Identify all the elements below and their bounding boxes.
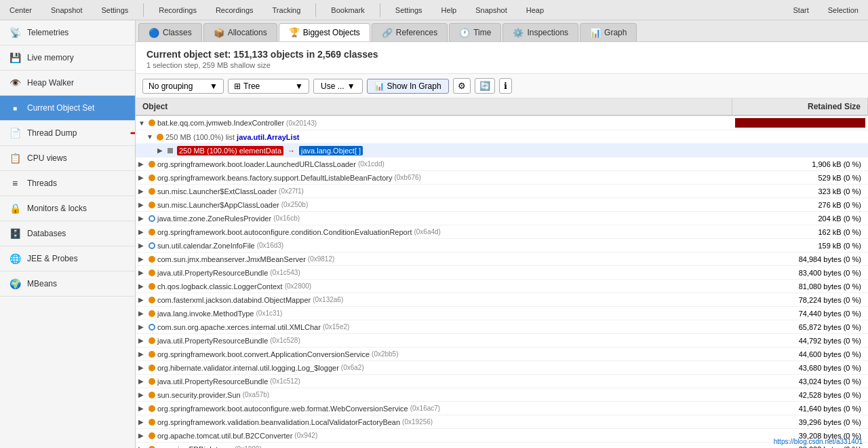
tree-select[interactable]: ⊞ Tree ▼ [228,79,309,94]
expand-arrow[interactable]: ▶ [138,242,146,249]
table-row[interactable]: ▶ sun.misc.FDBigInteger (0x1899) 38,032 … [136,443,868,448]
expand-arrow[interactable]: ▶ [138,282,146,290]
table-row[interactable]: ▶ org.springframework.boot.autoconfigure… [136,225,868,239]
object-dot [149,432,155,439]
tab-time[interactable]: 🕐 Time [449,23,501,41]
toolbar-tracking[interactable]: Tracking [269,5,305,16]
sidebar-item-databases[interactable]: 🗄️ Databases [0,221,135,246]
toolbar-start[interactable]: Start [789,5,813,16]
expand-arrow[interactable]: ▶ [157,147,165,154]
table-row[interactable]: ▶ java.lang.invoke.MethodType (0x1c31) 7… [136,307,868,320]
table-row[interactable]: ▶ org.springframework.validation.beanval… [136,415,868,429]
expand-arrow[interactable]: ▶ [138,391,146,398]
expand-arrow[interactable]: ▶ [138,228,146,236]
sidebar-item-jee-probes[interactable]: 🌐 JEE & Probes [0,246,135,272]
expand-arrow[interactable]: ▶ [138,377,146,385]
table-row[interactable]: ▶ java.util.PropertyResourceBundle (0x1c… [136,266,868,280]
expand-arrow[interactable]: ▶ [138,337,146,344]
expand-arrow[interactable]: ▶ [138,201,146,208]
info-icon-btn[interactable]: ℹ [499,78,512,94]
show-in-graph-button[interactable]: 📊 Show In Graph [367,79,449,94]
table-row[interactable]: ▶ java.util.PropertyResourceBundle (0x1c… [136,375,868,388]
table-row[interactable]: ▼ 250 MB (100.0%) list java.util.ArrayLi… [136,130,868,144]
tab-graph[interactable]: 📊 Graph [580,23,637,41]
table-row[interactable]: ▶ org.springframework.beans.factory.supp… [136,171,868,185]
expand-arrow[interactable]: ▶ [138,296,146,303]
refresh-icon-btn[interactable]: 🔄 [475,78,495,94]
sidebar-item-threads[interactable]: ≡ Threads [0,171,135,196]
table-row[interactable]: ▶ com.sun.org.apache.xerces.internal.uti… [136,320,868,334]
table-row[interactable]: ▶ org.springframework.boot.convert.Appli… [136,348,868,361]
table-row[interactable]: ▶ org.springframework.boot.autoconfigure… [136,402,868,415]
object-name: sun.security.provider.Sun [157,391,241,399]
table-row[interactable]: ▶ sun.misc.Launcher$ExtClassLoader (0x27… [136,185,868,198]
retained-cell: 65,872 bytes (0 %) [732,320,868,333]
sidebar-item-mbeans[interactable]: 🌍 MBeans [0,272,135,297]
expand-arrow[interactable]: ▶ [138,445,146,448]
expand-arrow[interactable]: ▶ [138,187,146,195]
toolbar-row: No grouping ▼ ⊞ Tree ▼ Use ... ▼ 📊 Show … [136,74,868,98]
expand-arrow[interactable]: ▶ [138,269,146,276]
table-row[interactable]: ▶ 250 MB (100.0%) elementData → java.lan… [136,144,868,157]
sidebar-item-telemetries[interactable]: 📡 Telemetries [0,20,135,45]
table-row[interactable]: ▶ ch.qos.logback.classic.LoggerContext (… [136,280,868,293]
tab-references[interactable]: 🔗 References [372,23,448,41]
expand-arrow[interactable]: ▶ [138,310,146,317]
retained-cell: 276 kB (0 %) [732,198,868,211]
tab-biggest-objects[interactable]: 🏆 Biggest Objects [279,23,370,41]
table-row[interactable]: ▶ java.time.zone.ZoneRulesProvider (0x16… [136,212,868,225]
expand-arrow[interactable]: ▶ [138,323,146,331]
biggest-objects-tab-icon: 🏆 [289,27,300,37]
table-row[interactable]: ▶ com.fasterxml.jackson.databind.ObjectM… [136,293,868,307]
toolbar-help[interactable]: Help [437,5,461,16]
expand-arrow[interactable]: ▼ [138,119,146,127]
object-cell: ▶ org.springframework.boot.autoconfigure… [136,225,732,238]
sidebar-item-current-object-set[interactable]: ■ Current Object Set [0,96,135,121]
expand-arrow[interactable]: ▶ [138,350,146,358]
classes-tab-icon: 🔵 [149,28,159,38]
toolbar-recordings2[interactable]: Recordings [212,5,258,16]
toolbar-bookmark[interactable]: Bookmark [327,5,369,16]
sidebar-label-mbeans: MBeans [27,279,57,288]
expand-arrow[interactable]: ▶ [138,364,146,371]
toolbar-settings[interactable]: Settings [98,5,133,16]
tab-inspections[interactable]: ⚙️ Inspections [502,23,578,41]
table-row[interactable]: ▼ bat.ke.qq.com.jvmweb.IndexController (… [136,116,868,130]
toolbar-snapshot2[interactable]: Snapshot [471,5,511,16]
object-cell: ▶ org.springframework.beans.factory.supp… [136,171,732,184]
expand-arrow[interactable]: ▶ [138,418,146,426]
use-button[interactable]: Use ... ▼ [313,79,363,94]
expand-arrow[interactable]: ▶ [138,214,146,222]
expand-arrow[interactable]: ▶ [138,432,146,439]
expand-arrow[interactable]: ▼ [146,133,155,141]
tab-allocations[interactable]: 📦 Allocations [203,23,277,41]
table-row[interactable]: ▶ com.sun.jmx.mbeanserver.JmxMBeanServer… [136,253,868,266]
expand-arrow[interactable]: ▶ [138,160,146,168]
expand-arrow[interactable]: ▶ [138,405,146,412]
sidebar-label-heap-walker: Heap Walker [27,78,74,88]
expand-arrow[interactable]: ▶ [138,174,146,181]
table-row[interactable]: ▶ sun.security.provider.Sun (0xa57b) 42,… [136,388,868,402]
tab-classes[interactable]: 🔵 Classes [138,23,202,41]
settings-icon-btn[interactable]: ⚙ [453,78,471,94]
sidebar-item-monitors-locks[interactable]: 🔒 Monitors & locks [0,196,135,221]
table-row[interactable]: ▶ org.hibernate.validator.internal.util.… [136,361,868,375]
sidebar-item-heap-walker[interactable]: 👁️ Heap Walker [0,71,135,96]
toolbar-snapshot[interactable]: Snapshot [47,5,86,16]
toolbar-recordings1[interactable]: Recordings [155,5,201,16]
table-row[interactable]: ▶ java.util.PropertyResourceBundle (0x1c… [136,334,868,348]
toolbar-center[interactable]: Center [5,5,36,16]
grouping-select[interactable]: No grouping ▼ [142,79,224,94]
table-row[interactable]: ▶ sun.util.calendar.ZoneInfoFile (0x16d3… [136,239,868,253]
toolbar-settings2[interactable]: Settings [391,5,427,16]
toolbar-selection[interactable]: Selection [824,5,863,16]
sidebar-item-cpu-views[interactable]: 📋 CPU views [0,146,135,171]
sidebar-item-thread-dump[interactable]: 📄 Thread Dump ➜ [0,121,135,146]
table-row[interactable]: ▶ org.springframework.boot.loader.Launch… [136,157,868,171]
graph-tab-icon: 📊 [590,28,601,38]
expand-arrow[interactable]: ▶ [138,255,146,263]
table-row[interactable]: ▶ sun.misc.Launcher$AppClassLoader (0x25… [136,198,868,212]
toolbar-heap[interactable]: Heap [522,5,548,16]
sidebar-item-live-memory[interactable]: 💾 Live memory [0,45,135,71]
table-row[interactable]: ▶ org.apache.tomcat.util.buf.B2CConverte… [136,429,868,443]
